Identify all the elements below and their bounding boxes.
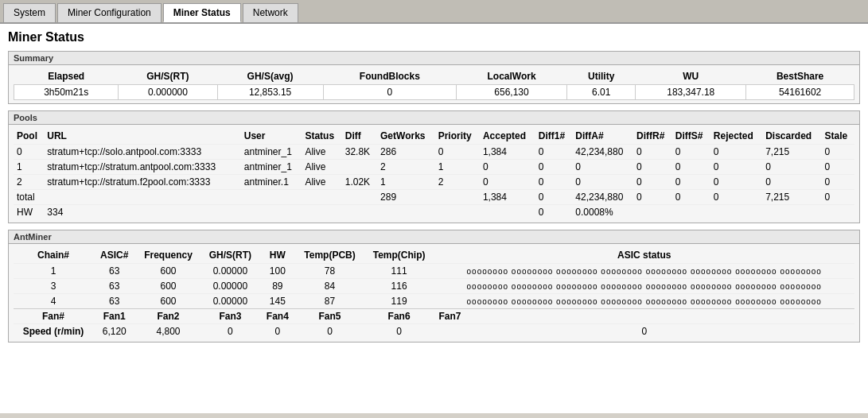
pool-hw-c2	[241, 205, 302, 220]
pool-1-diffs: 0	[672, 160, 710, 175]
ant-row-1: 1 63 600 0.00000 100 78 111 oooooooo ooo…	[14, 264, 854, 279]
pool-total-user	[241, 190, 302, 205]
fan-speed-fan1: 6,120	[93, 324, 135, 339]
fan-label-fan7: Fan7	[434, 309, 855, 324]
pool-1-url: stratum+tcp://stratum.antpool.com:3333	[44, 160, 241, 175]
pool-total-label: total	[14, 190, 44, 205]
fan-label-fan3: Fan3	[201, 309, 260, 324]
ant-4-chain: 4	[14, 294, 93, 309]
ant-3-hw: 89	[259, 279, 295, 294]
pools-th-diffa: DiffA#	[572, 128, 633, 145]
pool-2-url: stratum+tcp://stratum.f2pool.com:3333	[44, 175, 241, 190]
summary-table: Elapsed GH/S(RT) GH/S(avg) FoundBlocks L…	[14, 68, 854, 100]
ant-th-hw: HW	[259, 247, 295, 264]
pool-2-accepted: 0	[480, 175, 535, 190]
ant-4-hw: 145	[259, 294, 295, 309]
pool-row-2: 2 stratum+tcp://stratum.f2pool.com:3333 …	[14, 175, 854, 190]
ant-1-ghsrt: 0.00000	[201, 264, 260, 279]
ant-th-freq: Frequency	[136, 247, 201, 264]
pool-2-diff1: 0	[535, 175, 573, 190]
pool-row-1: 1 stratum+tcp://stratum.antpool.com:3333…	[14, 160, 854, 175]
pool-hw-c13	[762, 205, 821, 220]
summary-wu: 183,347.18	[636, 85, 746, 100]
pool-0-rejected: 0	[710, 145, 762, 160]
pool-0-user: antminer_1	[241, 145, 302, 160]
pool-2-status: Alive	[302, 175, 341, 190]
pools-th-rejected: Rejected	[710, 128, 762, 145]
summary-foundblocks: 0	[323, 85, 456, 100]
tab-miner-status[interactable]: Miner Status	[163, 3, 241, 22]
summary-th-localwork: LocalWork	[457, 68, 567, 85]
ant-3-temppcb: 84	[295, 279, 364, 294]
ant-4-tempchip: 119	[364, 294, 434, 309]
pool-1-pool: 1	[14, 160, 44, 175]
pool-row-hw: HW 334 0 0.0008%	[14, 205, 854, 220]
pools-section: Pools Pool URL User Status Diff GetWorks…	[8, 110, 860, 223]
pool-0-url: stratum+tcp://solo.antpool.com:3333	[44, 145, 241, 160]
ant-th-chain: Chain#	[14, 247, 93, 264]
pool-total-diffs: 0	[672, 190, 710, 205]
summary-th-bestshare: BestShare	[746, 68, 854, 85]
fan-speed-fan2: 4,800	[136, 324, 201, 339]
ant-th-ghsrt: GH/S(RT)	[201, 247, 260, 264]
fan-label-fannum: Fan#	[14, 309, 93, 324]
ant-3-tempchip: 116	[364, 279, 434, 294]
tab-system[interactable]: System	[3, 3, 56, 22]
pool-total-stale: 0	[822, 190, 854, 205]
ant-4-freq: 600	[136, 294, 201, 309]
pool-hw-c10	[633, 205, 672, 220]
ant-1-chain: 1	[14, 264, 93, 279]
fan-label-fan1: Fan1	[93, 309, 135, 324]
pool-1-rejected: 0	[710, 160, 762, 175]
antminer-section: AntMiner Chain# ASIC# Frequency GH/S(RT)…	[8, 230, 860, 343]
pool-0-getworks: 286	[377, 145, 435, 160]
summary-legend: Summary	[9, 52, 859, 65]
fan-label-fan2: Fan2	[136, 309, 201, 324]
antminer-body: Chain# ASIC# Frequency GH/S(RT) HW Temp(…	[9, 244, 859, 342]
pool-1-diffa: 0	[572, 160, 633, 175]
pool-2-user: antminer.1	[241, 175, 302, 190]
summary-th-ghsavg: GH/S(avg)	[217, 68, 323, 85]
pool-1-stale: 0	[822, 160, 854, 175]
summary-th-ghsrt: GH/S(RT)	[119, 68, 217, 85]
fan-speed-row: Speed (r/min) 6,120 4,800 0 0 0 0 0	[14, 324, 854, 339]
pool-total-diff	[342, 190, 377, 205]
summary-elapsed: 3h50m21s	[14, 85, 119, 100]
tab-network[interactable]: Network	[243, 3, 298, 22]
summary-th-elapsed: Elapsed	[14, 68, 119, 85]
pools-th-user: User	[241, 128, 302, 145]
ant-4-asicstatus: oooooooo oooooooo oooooooo oooooooo oooo…	[434, 294, 855, 309]
pool-hw-label: HW	[14, 205, 44, 220]
pool-0-diff1: 0	[535, 145, 573, 160]
pool-hw-c12	[710, 205, 762, 220]
pool-1-diff1: 0	[535, 160, 573, 175]
fan-speed-fan6: 0	[364, 324, 434, 339]
pools-th-pool: Pool	[14, 128, 44, 145]
pool-hw-c7	[480, 205, 535, 220]
pools-th-diff1: Diff1#	[535, 128, 573, 145]
ant-4-asic: 63	[93, 294, 135, 309]
ant-3-ghsrt: 0.00000	[201, 279, 260, 294]
antminer-legend: AntMiner	[9, 230, 859, 244]
tab-miner-configuration[interactable]: Miner Configuration	[57, 3, 162, 22]
pool-0-pool: 0	[14, 145, 44, 160]
pool-1-user: antminer_1	[241, 160, 302, 175]
pool-1-diff	[342, 160, 377, 175]
pools-th-priority: Priority	[435, 128, 480, 145]
fan-speed-fan5: 0	[295, 324, 364, 339]
pool-0-diffs: 0	[672, 145, 710, 160]
summary-bestshare: 54161602	[746, 85, 854, 100]
ant-1-asic: 63	[93, 264, 135, 279]
ant-1-temppcb: 78	[295, 264, 364, 279]
summary-data-row: 3h50m21s 0.000000 12,853.15 0 656,130 6.…	[14, 85, 854, 100]
fan-speed-fan3: 0	[201, 324, 260, 339]
pool-hw-c14	[822, 205, 854, 220]
pool-0-discarded: 7,215	[762, 145, 821, 160]
pools-legend: Pools	[9, 111, 859, 125]
pool-hw-c3	[302, 205, 341, 220]
pools-body: Pool URL User Status Diff GetWorks Prior…	[9, 125, 859, 223]
pool-2-stale: 0	[822, 175, 854, 190]
pool-hw-val: 334	[44, 205, 241, 220]
summary-header-row: Elapsed GH/S(RT) GH/S(avg) FoundBlocks L…	[14, 68, 854, 85]
pool-total-priority	[435, 190, 480, 205]
